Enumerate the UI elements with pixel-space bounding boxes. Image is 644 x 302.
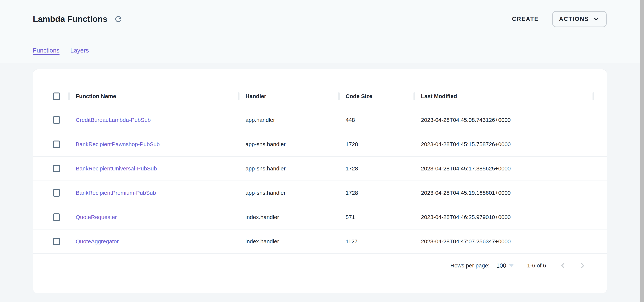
actions-button[interactable]: ACTIONS — [552, 11, 607, 27]
header-cell-last-modified: Last Modified — [414, 85, 592, 108]
row-cell-spacer — [592, 181, 607, 205]
row-cell-checkbox — [33, 205, 68, 229]
column-header-function-name: Function Name — [76, 93, 116, 99]
page-title: Lambda Functions — [33, 14, 108, 24]
table-row: BankRecipientUniversal-PubSub app-sns.ha… — [33, 156, 607, 181]
function-name-link[interactable]: QuoteAggregator — [76, 238, 118, 245]
create-button[interactable]: CREATE — [510, 12, 540, 26]
row-checkbox[interactable] — [53, 213, 60, 221]
handler-value: app-sns.handler — [246, 190, 286, 196]
row-cell-code-size: 1728 — [338, 132, 414, 156]
row-cell-spacer — [592, 229, 607, 253]
row-cell-function-name: QuoteRequester — [68, 205, 238, 229]
chevron-right-icon — [578, 261, 587, 270]
row-cell-function-name: BankRecipientUniversal-PubSub — [68, 157, 238, 181]
pagination-bar: Rows per page: 100 1-6 of 6 — [33, 253, 607, 277]
header-cell-code-size: Code Size — [338, 85, 414, 108]
triangle-down-icon — [509, 264, 514, 267]
row-cell-spacer — [592, 108, 607, 132]
vertical-scrollbar[interactable] — [640, 0, 644, 302]
row-cell-handler: index.handler — [238, 229, 338, 253]
handler-value: app-sns.handler — [246, 141, 286, 147]
row-cell-code-size: 1127 — [338, 229, 414, 253]
row-checkbox[interactable] — [53, 140, 60, 148]
row-cell-last-modified: 2023-04-28T04:45:19.168601+0000 — [414, 181, 592, 205]
header-actions: CREATE ACTIONS — [510, 11, 607, 27]
row-checkbox[interactable] — [53, 116, 60, 124]
chevron-left-icon — [559, 261, 567, 270]
row-cell-last-modified: 2023-04-28T04:45:08.743126+0000 — [414, 108, 592, 132]
table-row: QuoteRequester index.handler 571 2023-04… — [33, 205, 607, 229]
refresh-button[interactable] — [114, 15, 123, 24]
row-checkbox[interactable] — [53, 238, 60, 245]
function-name-link[interactable]: BankRecipientPremium-PubSub — [76, 190, 156, 196]
row-cell-last-modified: 2023-04-28T04:47:07.256347+0000 — [414, 229, 592, 253]
code-size-value: 1728 — [346, 141, 358, 147]
header-cell-function-name: Function Name — [68, 85, 238, 108]
rows-per-page-label: Rows per page: — [450, 262, 490, 269]
row-cell-code-size: 1728 — [338, 181, 414, 205]
last-modified-value: 2023-04-28T04:45:17.385625+0000 — [421, 165, 511, 172]
row-cell-handler: app-sns.handler — [238, 157, 338, 181]
refresh-icon — [114, 15, 123, 24]
row-cell-handler: app-sns.handler — [238, 132, 338, 156]
table-row: CreditBureauLambda-PubSub app.handler 44… — [33, 108, 607, 132]
title-group: Lambda Functions — [33, 14, 123, 24]
tab-layers[interactable]: Layers — [70, 47, 89, 54]
rows-per-page-select[interactable]: 100 — [496, 262, 514, 269]
tab-functions[interactable]: Functions — [33, 47, 60, 54]
select-all-checkbox[interactable] — [53, 92, 60, 100]
row-cell-checkbox — [33, 132, 68, 156]
function-name-link[interactable]: CreditBureauLambda-PubSub — [76, 117, 151, 123]
row-checkbox[interactable] — [53, 189, 60, 197]
row-cell-handler: index.handler — [238, 205, 338, 229]
row-cell-function-name: QuoteAggregator — [68, 229, 238, 253]
next-page-button[interactable] — [577, 260, 588, 271]
row-cell-checkbox — [33, 108, 68, 132]
header-cell-spacer — [592, 85, 607, 108]
row-cell-last-modified: 2023-04-28T04:46:25.979010+0000 — [414, 205, 592, 229]
function-name-link[interactable]: BankRecipientPawnshop-PubSub — [76, 141, 160, 147]
table-row: BankRecipientPawnshop-PubSub app-sns.han… — [33, 132, 607, 156]
handler-value: index.handler — [246, 214, 279, 220]
row-cell-handler: app.handler — [238, 108, 338, 132]
previous-page-button[interactable] — [557, 260, 569, 271]
rows-per-page-value: 100 — [496, 262, 506, 269]
function-name-link[interactable]: QuoteRequester — [76, 214, 117, 220]
row-cell-last-modified: 2023-04-28T04:45:15.758726+0000 — [414, 132, 592, 156]
row-cell-spacer — [592, 157, 607, 181]
last-modified-value: 2023-04-28T04:45:15.758726+0000 — [421, 141, 511, 147]
lambda-functions-page: Lambda Functions CREATE ACTIONS Function… — [0, 0, 644, 293]
row-cell-last-modified: 2023-04-28T04:45:17.385625+0000 — [414, 157, 592, 181]
row-cell-code-size: 571 — [338, 205, 414, 229]
column-header-handler: Handler — [246, 93, 266, 99]
row-cell-spacer — [592, 205, 607, 229]
code-size-value: 1127 — [346, 238, 358, 245]
row-cell-checkbox — [33, 229, 68, 253]
column-header-last-modified: Last Modified — [421, 93, 457, 99]
column-header-code-size: Code Size — [346, 93, 372, 99]
row-cell-checkbox — [33, 181, 68, 205]
function-name-link[interactable]: BankRecipientUniversal-PubSub — [76, 165, 157, 172]
handler-value: index.handler — [246, 238, 279, 245]
code-size-value: 1728 — [346, 190, 358, 196]
table-row: BankRecipientPremium-PubSub app-sns.hand… — [33, 181, 607, 205]
pagination-range: 1-6 of 6 — [527, 262, 546, 269]
last-modified-value: 2023-04-28T04:47:07.256347+0000 — [421, 238, 511, 245]
code-size-value: 571 — [346, 214, 355, 220]
row-cell-checkbox — [33, 157, 68, 181]
row-checkbox[interactable] — [53, 165, 60, 172]
code-size-value: 448 — [346, 117, 355, 123]
actions-button-label: ACTIONS — [559, 16, 589, 23]
last-modified-value: 2023-04-28T04:46:25.979010+0000 — [421, 214, 511, 220]
row-cell-code-size: 1728 — [338, 157, 414, 181]
row-cell-function-name: CreditBureauLambda-PubSub — [68, 108, 238, 132]
table-header-row: Function Name Handler Code Size Last Mod… — [33, 85, 607, 108]
header-cell-checkbox — [33, 85, 68, 108]
row-cell-function-name: BankRecipientPawnshop-PubSub — [68, 132, 238, 156]
page-header: Lambda Functions CREATE ACTIONS — [0, 0, 644, 38]
content-area: Function Name Handler Code Size Last Mod… — [0, 63, 644, 293]
header-cell-handler: Handler — [238, 85, 338, 108]
chevron-down-icon — [593, 16, 600, 23]
code-size-value: 1728 — [346, 165, 358, 172]
